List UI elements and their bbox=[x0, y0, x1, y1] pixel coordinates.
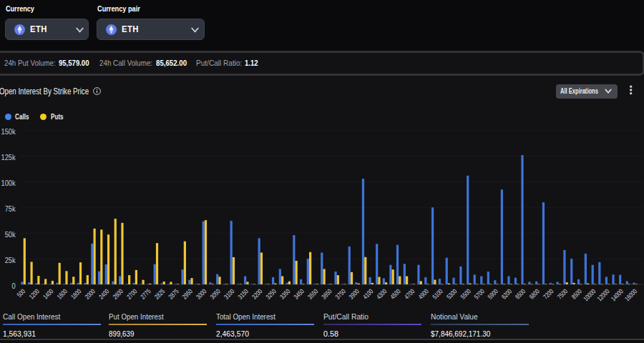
svg-text:5500: 5500 bbox=[459, 287, 472, 300]
svg-text:2400: 2400 bbox=[97, 287, 110, 300]
svg-text:4700: 4700 bbox=[403, 287, 416, 300]
svg-text:2825: 2825 bbox=[153, 287, 166, 300]
svg-text:6500: 6500 bbox=[514, 287, 527, 300]
svg-text:4300: 4300 bbox=[376, 287, 389, 300]
svg-text:3350: 3350 bbox=[278, 287, 291, 300]
svg-text:3750: 3750 bbox=[334, 287, 347, 300]
svg-text:3200: 3200 bbox=[250, 287, 263, 300]
svg-text:10000: 10000 bbox=[582, 287, 597, 302]
svg-text:75k: 75k bbox=[5, 205, 16, 214]
svg-text:25k: 25k bbox=[5, 256, 16, 264]
svg-text:5300: 5300 bbox=[445, 287, 458, 300]
svg-text:3550: 3550 bbox=[306, 287, 319, 300]
svg-text:3050: 3050 bbox=[209, 287, 222, 300]
svg-text:3250: 3250 bbox=[265, 287, 278, 300]
svg-text:4900: 4900 bbox=[417, 287, 430, 300]
svg-text:6200: 6200 bbox=[500, 287, 513, 300]
svg-text:3900: 3900 bbox=[348, 287, 361, 300]
svg-text:3000: 3000 bbox=[195, 287, 208, 300]
svg-text:2775: 2775 bbox=[140, 287, 152, 300]
svg-text:5100: 5100 bbox=[431, 287, 444, 300]
svg-text:100k: 100k bbox=[1, 179, 16, 188]
svg-text:1800: 1800 bbox=[69, 287, 82, 300]
svg-text:1600: 1600 bbox=[56, 287, 69, 300]
svg-text:0: 0 bbox=[11, 282, 16, 290]
svg-text:5900: 5900 bbox=[487, 287, 499, 300]
svg-text:50k: 50k bbox=[5, 231, 16, 239]
svg-text:3150: 3150 bbox=[237, 287, 250, 300]
svg-text:1200: 1200 bbox=[28, 287, 41, 300]
svg-text:7200: 7200 bbox=[542, 287, 555, 300]
svg-text:3100: 3100 bbox=[223, 287, 235, 300]
svg-text:4500: 4500 bbox=[389, 287, 402, 300]
svg-text:2875: 2875 bbox=[167, 287, 180, 300]
svg-text:7500: 7500 bbox=[556, 287, 569, 300]
svg-text:14000: 14000 bbox=[610, 287, 625, 302]
svg-text:12000: 12000 bbox=[596, 287, 611, 302]
svg-text:4100: 4100 bbox=[361, 287, 374, 300]
svg-text:2950: 2950 bbox=[181, 287, 194, 300]
svg-text:500: 500 bbox=[16, 287, 27, 299]
svg-text:2600: 2600 bbox=[112, 287, 125, 300]
svg-text:150k: 150k bbox=[1, 128, 16, 136]
svg-text:125k: 125k bbox=[1, 154, 16, 162]
svg-text:16000: 16000 bbox=[623, 287, 638, 302]
svg-text:3650: 3650 bbox=[321, 287, 333, 300]
svg-text:1400: 1400 bbox=[42, 287, 54, 300]
svg-text:2000: 2000 bbox=[84, 287, 97, 300]
svg-text:6800: 6800 bbox=[528, 287, 541, 300]
svg-text:3450: 3450 bbox=[293, 287, 306, 300]
svg-text:5700: 5700 bbox=[473, 287, 486, 300]
svg-text:8500: 8500 bbox=[570, 287, 583, 300]
svg-text:2700: 2700 bbox=[125, 287, 138, 300]
